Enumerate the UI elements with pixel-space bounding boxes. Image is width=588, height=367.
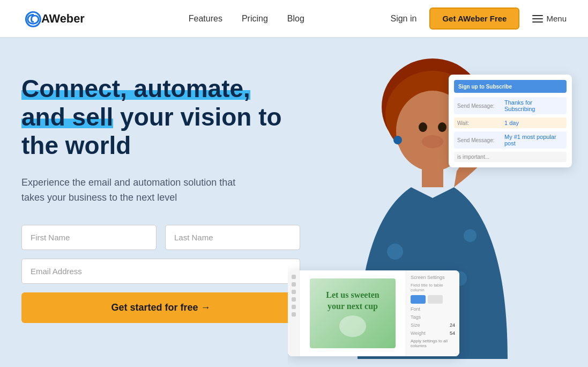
sidebar-tool <box>292 297 296 302</box>
email-row: Send Message: Thanks for Subscribing <box>454 97 567 114</box>
apply-settings-label: Apply settings to all columns <box>411 339 455 348</box>
hamburger-icon <box>532 15 543 23</box>
email-row: Send Message: My #1 most popular post <box>454 131 567 149</box>
svg-point-17 <box>393 136 402 144</box>
svg-point-6 <box>387 244 403 260</box>
email-row: Wait: 1 day <box>454 118 567 128</box>
prop-row: Size 24 <box>411 322 455 328</box>
sign-in-link[interactable]: Sign in <box>390 14 416 24</box>
get-started-button[interactable]: Get started for free → <box>21 292 300 323</box>
editor-canvas: Let us sweeten your next cup <box>300 270 406 356</box>
nav-blog[interactable]: Blog <box>287 14 304 24</box>
prop-row: Tags <box>411 314 455 320</box>
prop-row: Field title to table column <box>411 283 455 292</box>
email-row-label: is important... <box>457 154 500 160</box>
prop-value: 54 <box>450 331 455 336</box>
prop-row: Weight 54 <box>411 331 455 336</box>
email-row-label: Wait: <box>457 120 500 126</box>
nav-pricing[interactable]: Pricing <box>242 14 268 24</box>
svg-point-16 <box>438 122 446 132</box>
hero-subtext: Experience the email and automation solu… <box>21 175 252 206</box>
prop-row: Font <box>411 306 455 312</box>
logo[interactable]: AWeber <box>21 8 102 30</box>
editor-properties: Screen Settings Field title to table col… <box>406 270 459 356</box>
email-sequence-rows: Send Message: Thanks for Subscribing Wai… <box>454 97 567 162</box>
email-row-value: 1 day <box>504 120 519 126</box>
email-row: is important... <box>454 152 567 162</box>
menu-label: Menu <box>546 14 567 23</box>
prop-label: Size <box>411 322 420 328</box>
editor-sidebar <box>288 270 300 356</box>
sidebar-tool <box>292 282 296 287</box>
email-editor-panel: Let us sweeten your next cup Screen Sett… <box>288 270 459 356</box>
hero-right: Sign up to Subscribe Send Message: Thank… <box>288 37 588 367</box>
hero-section: Connect, automate, and sell your vision … <box>0 37 588 367</box>
svg-point-7 <box>464 229 477 242</box>
email-input[interactable] <box>21 259 300 284</box>
sidebar-tool <box>292 290 296 294</box>
email-row-value: Thanks for Subscribing <box>504 99 563 112</box>
prop-label: Field title to table column <box>411 283 455 292</box>
email-row-label: Send Message: <box>457 137 500 143</box>
name-form-row <box>21 225 300 250</box>
headline-highlight: Connect, automate, <box>21 75 250 102</box>
nav-right: Sign in Get AWeber Free Menu <box>390 8 567 30</box>
last-name-input[interactable] <box>165 225 300 250</box>
svg-text:AWeber: AWeber <box>41 11 85 25</box>
svg-point-14 <box>422 135 443 148</box>
first-name-input[interactable] <box>21 225 157 250</box>
headline-sell: and sell <box>21 103 113 131</box>
email-row-value: My #1 most popular post <box>504 134 563 146</box>
get-aweber-free-button[interactable]: Get AWeber Free <box>429 8 519 30</box>
prop-row: Screen Settings <box>411 275 455 280</box>
sweetener-card: Let us sweeten your next cup <box>310 278 396 348</box>
hero-illustration: Sign up to Subscribe Send Message: Thank… <box>309 48 577 367</box>
panel-header-bar: Sign up to Subscribe <box>454 80 567 93</box>
hero-left: Connect, automate, and sell your vision … <box>21 69 300 323</box>
editor-main: Let us sweeten your next cup Screen Sett… <box>300 270 459 356</box>
headline-part3: your vision to <box>113 103 281 131</box>
email-automation-panel: Sign up to Subscribe Send Message: Thank… <box>449 75 572 167</box>
panel-header-text: Sign up to Subscribe <box>458 84 512 90</box>
hero-headline: Connect, automate, and sell your vision … <box>21 75 300 160</box>
sidebar-tool <box>292 275 296 279</box>
prop-label: Font <box>411 306 420 312</box>
nav-features[interactable]: Features <box>189 14 222 24</box>
get-started-label: Get started for free → <box>111 302 210 313</box>
editor-panel: Let us sweeten your next cup Screen Sett… <box>288 270 459 356</box>
prop-value: 24 <box>450 322 455 328</box>
svg-rect-5 <box>422 166 443 187</box>
sidebar-tool <box>292 312 296 317</box>
sidebar-tool <box>292 305 296 309</box>
nav-links: Features Pricing Blog <box>189 14 304 24</box>
prop-label: Weight <box>411 331 426 336</box>
email-row-label: Send Message: <box>457 103 500 109</box>
prop-label: Tags <box>411 314 421 320</box>
svg-point-15 <box>419 122 427 132</box>
sweetener-image <box>339 315 366 337</box>
headline-part4: the world <box>21 131 131 159</box>
menu-button[interactable]: Menu <box>532 14 567 23</box>
prop-label: Screen Settings <box>411 275 445 280</box>
navbar: AWeber Features Pricing Blog Sign in Get… <box>0 0 588 37</box>
sweetener-text: Let us sweeten your next cup <box>326 290 379 312</box>
